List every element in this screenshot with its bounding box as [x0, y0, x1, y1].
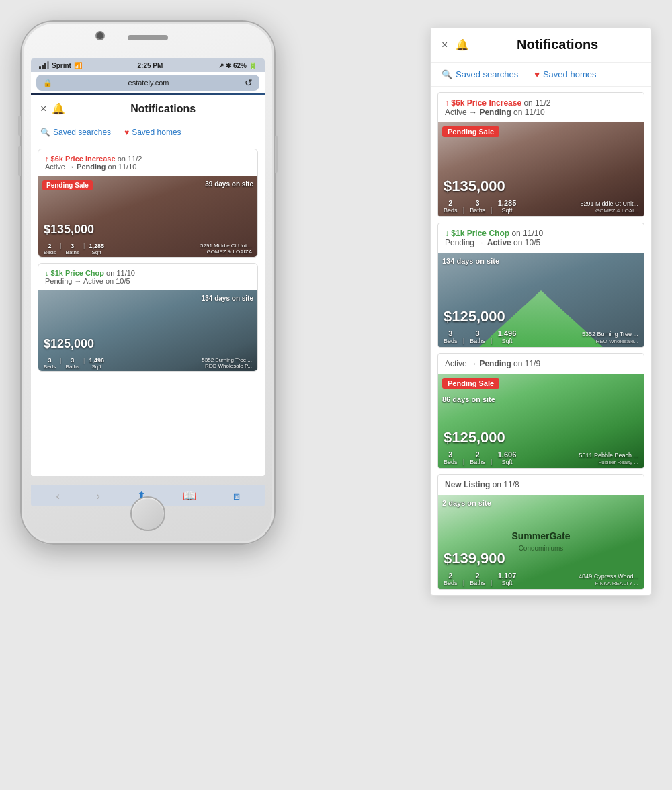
notification-card[interactable]: ↓ $1k Price Chop on 11/10 Pending → Acti…: [437, 223, 644, 348]
sqft-info: 1,107Sqft: [498, 571, 517, 586]
back-button[interactable]: ‹: [56, 490, 59, 502]
beds-info: 2Beds: [444, 571, 458, 586]
tab-saved-searches[interactable]: 🔍 Saved searches: [40, 128, 111, 137]
sqft-info: 1,496Sqft: [498, 329, 517, 344]
property-price: $139,900: [444, 550, 505, 567]
status-left: Sprint 📶: [39, 61, 82, 69]
status-to: Pending: [479, 359, 511, 368]
card-image: SummerGateCondominiums 2 days on site $1…: [438, 495, 644, 589]
phone-notification-panel: × 🔔 Notifications 🔍 Saved searches ♥ Sav…: [31, 95, 265, 476]
notification-card[interactable]: ↓ $1k Price Chop on 11/10 Pending → Acti…: [38, 263, 258, 372]
status-date: on 11/9: [513, 359, 540, 368]
sqft-info: 1,285Sqft: [498, 199, 517, 214]
card-alert-text: ↓ $1k Price Chop on 11/10 Pending → Acti…: [38, 264, 257, 290]
notification-cards-list: ↑ $6k Price Increase on 11/2 Active → Pe…: [431, 87, 651, 595]
carrier-label: Sprint: [52, 62, 71, 69]
arrow-icon: →: [469, 359, 479, 368]
tab-saved-searches[interactable]: 🔍 Saved searches: [442, 69, 518, 79]
new-listing-label: New Listing: [445, 480, 490, 489]
status-to: Active: [487, 238, 511, 247]
address-bar[interactable]: 🔒 estately.com ↺: [36, 75, 259, 91]
price-change-label: ↓ $1k Price Chop: [445, 229, 509, 238]
forward-button[interactable]: ›: [97, 490, 100, 502]
notification-card[interactable]: New Listing on 11/8 SummerGateCondominiu…: [437, 474, 644, 590]
desktop-notification-header: × 🔔 Notifications: [431, 28, 651, 63]
refresh-icon[interactable]: ↺: [245, 77, 253, 88]
status-date: on 10/5: [106, 277, 130, 285]
property-meta: 2Beds | 3Baths | 1,285Sqft: [38, 243, 257, 255]
price-change-up: ↑ $6k Price Increase: [45, 155, 116, 163]
arrow-icon: →: [74, 277, 83, 285]
close-button[interactable]: ×: [40, 103, 46, 115]
property-address: 5291 Middle Ct Unit...GOMEZ & LOAIZA: [200, 243, 252, 255]
tabs-button[interactable]: ⧈: [233, 490, 240, 502]
baths-info: 3Baths: [470, 329, 485, 344]
status-bar: Sprint 📶 2:25 PM ↗ ✱ 62% 🔋: [31, 58, 265, 72]
volume-up-button[interactable]: [18, 116, 21, 136]
tab-saved-homes[interactable]: ♥ Saved homes: [124, 128, 181, 137]
card-image: 134 days on site $125,000 3Beds | 3Baths…: [438, 253, 644, 347]
baths-info: 3Baths: [66, 357, 79, 370]
phone-camera: [95, 31, 105, 40]
status-right: ↗ ✱ 62% 🔋: [218, 62, 257, 69]
card-alert-text: ↑ $6k Price Increase on 11/2 Active → Pe…: [38, 149, 257, 176]
days-on-site: 134 days on site: [442, 257, 499, 265]
location-icon: ↗: [218, 62, 224, 69]
status-date: on 11/10: [513, 108, 545, 117]
notification-card[interactable]: Active → Pending on 11/9 Pending Sale 86…: [437, 353, 644, 469]
days-on-site: 86 days on site: [442, 395, 495, 403]
arrow-icon: →: [476, 238, 487, 247]
arrow-icon: →: [67, 163, 77, 171]
phone-screen: Sprint 📶 2:25 PM ↗ ✱ 62% 🔋 🔒 estately.co…: [31, 58, 265, 476]
status-from: Pending: [445, 238, 474, 247]
status-from: Pending: [45, 277, 72, 285]
price-change-down: ↓ $1k Price Chop: [45, 269, 104, 277]
property-price: $125,000: [444, 429, 505, 446]
close-button[interactable]: ×: [442, 39, 448, 51]
home-button[interactable]: [130, 496, 165, 531]
beds-info: 3Beds: [444, 450, 458, 465]
power-button[interactable]: [275, 136, 278, 173]
beds-info: 3Beds: [444, 329, 458, 344]
phone-speaker: [128, 35, 168, 40]
status-from: Active: [45, 163, 65, 171]
days-on-site: 39 days on site: [205, 180, 253, 188]
pending-sale-badge: Pending Sale: [42, 180, 93, 190]
desktop-notification-panel: × 🔔 Notifications 🔍 Saved searches ♥ Sav…: [430, 27, 652, 596]
status-from: Active: [445, 108, 467, 117]
saved-homes-label: Saved homes: [132, 128, 181, 137]
phone-body: Sprint 📶 2:25 PM ↗ ✱ 62% 🔋 🔒 estately.co…: [20, 20, 276, 545]
heart-icon: ♥: [124, 128, 129, 137]
days-on-site: 134 days on site: [202, 294, 253, 302]
search-icon: 🔍: [442, 69, 452, 79]
price-change-label: ↑ $6k Price Increase: [445, 98, 521, 108]
card-alert-text: New Listing on 11/8: [438, 475, 644, 495]
property-meta: 3Beds | 2Baths | 1,606Sqft 5311 Pebble B…: [438, 450, 644, 465]
notification-card[interactable]: ↑ $6k Price Increase on 11/2 Active → Pe…: [38, 149, 258, 258]
sqft-info: 1,285Sqft: [89, 243, 104, 255]
card-image: Pending Sale 39 days on site $135,000 2B…: [38, 176, 257, 257]
tab-saved-homes[interactable]: ♥ Saved homes: [534, 69, 596, 79]
beds-info: 2Beds: [44, 243, 56, 255]
signal-bars: [39, 61, 49, 69]
saved-searches-label: Saved searches: [456, 69, 518, 79]
url-display[interactable]: estately.com: [52, 79, 245, 87]
lock-icon: 🔒: [43, 79, 52, 87]
wifi-icon: 📶: [74, 62, 82, 69]
notification-card[interactable]: ↑ $6k Price Increase on 11/2 Active → Pe…: [437, 92, 644, 217]
property-meta: 3Beds | 3Baths | 1,496Sqft: [38, 357, 257, 370]
card-image: Pending Sale $135,000 2Beds | 3Baths | 1…: [438, 122, 644, 216]
notification-header: × 🔔 Notifications: [31, 95, 265, 122]
property-address: 5352 Burning Tree ... REO Wholesale...: [582, 331, 638, 344]
baths-info: 2Baths: [470, 571, 485, 586]
baths-info: 2Baths: [470, 450, 485, 465]
beds-info: 2Beds: [444, 199, 458, 214]
bookmarks-button[interactable]: 📖: [183, 489, 196, 502]
baths-info: 3Baths: [66, 243, 79, 255]
battery-label: 62%: [233, 62, 247, 69]
volume-down-button[interactable]: [18, 146, 21, 176]
property-price: $135,000: [444, 177, 505, 195]
card-alert-text: ↑ $6k Price Increase on 11/2 Active → Pe…: [438, 93, 644, 122]
property-address: 4849 Cypress Wood... FINKA REALTY ...: [579, 573, 638, 586]
heart-icon: ♥: [534, 69, 540, 79]
